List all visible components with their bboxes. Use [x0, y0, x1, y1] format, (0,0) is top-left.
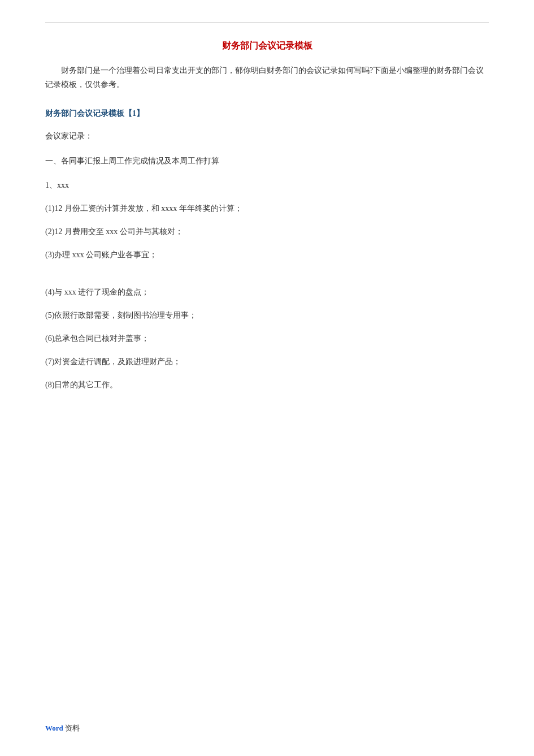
footer: Word 资料: [45, 723, 80, 733]
item1-6: (6)总承包合同已核对并盖事；: [45, 331, 489, 345]
item1: 1、xxx: [45, 178, 489, 192]
section2-title: 会议家记录：: [45, 129, 489, 143]
footer-text: 资料: [65, 724, 80, 732]
item1-1: (1)12 月份工资的计算并发放，和 xxxx 年年终奖的计算；: [45, 201, 489, 215]
section3-title: 一、各同事汇报上周工作完成情况及本周工作打算: [45, 154, 489, 168]
item1-2: (2)12 月费用交至 xxx 公司并与其核对；: [45, 224, 489, 239]
section1-title: 财务部门会议记录模板【1】: [45, 109, 489, 119]
top-divider: [45, 23, 489, 23]
intro-paragraph: 财务部门是一个治理着公司日常支出开支的部门，郁你明白财务部门的会议记录如何写吗?…: [45, 63, 489, 92]
item1-8: (8)日常的其它工作。: [45, 378, 489, 392]
item1-3: (3)办理 xxx 公司账户业各事宜；: [45, 248, 489, 262]
item1-5: (5)依照行政部需要，刻制图书治理专用事；: [45, 308, 489, 322]
page-title: 财务部门会议记录模板: [45, 40, 489, 52]
item1-7: (7)对资金进行调配，及跟进理财产品；: [45, 355, 489, 369]
item1-4: (4)与 xxx 进行了现金的盘点；: [45, 285, 489, 299]
page-container: 财务部门会议记录模板 财务部门是一个治理着公司日常支出开支的部门，郁你明白财务部…: [0, 0, 534, 756]
footer-word-label: Word: [45, 724, 63, 732]
